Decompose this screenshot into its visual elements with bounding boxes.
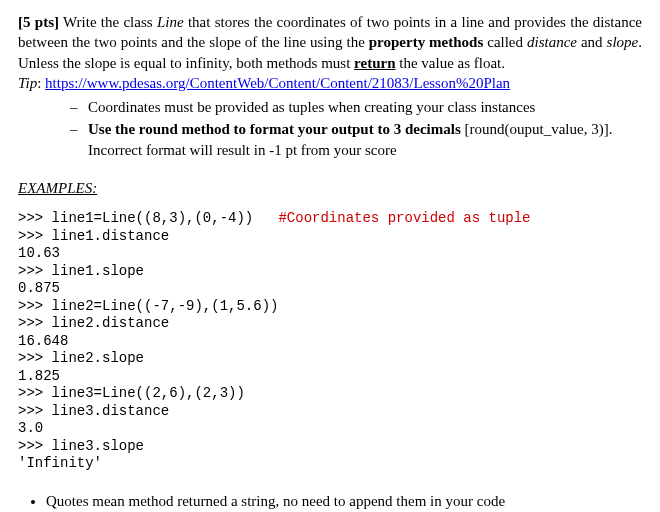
code-line: 1.825 (18, 368, 60, 384)
code-line: 16.648 (18, 333, 68, 349)
code-line: >>> line1.slope (18, 263, 144, 279)
code-line: >>> line2.slope (18, 350, 144, 366)
method-distance: distance (527, 34, 577, 50)
code-line: >>> line1.distance (18, 228, 169, 244)
code-block: >>> line1=Line((8,3),(0,-4)) #Coordinate… (18, 210, 642, 473)
intro-text-a: Write the class (59, 14, 157, 30)
list-item: Use the round method to format your outp… (70, 119, 642, 160)
code-line: >>> line2.distance (18, 315, 169, 331)
tip-link[interactable]: https://www.pdesas.org/ContentWeb/Conten… (45, 75, 510, 91)
intro-text-d: and (577, 34, 607, 50)
code-line: >>> line2=Line((-7,-9),(1,5.6)) (18, 298, 278, 314)
class-name: Line (157, 14, 184, 30)
code-line: 10.63 (18, 245, 60, 261)
code-line: 0.875 (18, 280, 60, 296)
footer-note-list: Quotes mean method returned a string, no… (18, 491, 642, 511)
bullet2-bold: Use the round method to format your outp… (88, 121, 461, 137)
points-label: [5 pts] (18, 14, 59, 30)
footer-note: Quotes mean method returned a string, no… (46, 491, 642, 511)
intro-text-f: the value as float. (395, 55, 505, 71)
tip-label: Tip (18, 75, 37, 91)
property-methods-label: property methods (369, 34, 484, 50)
tip-line: Tip: https://www.pdesas.org/ContentWeb/C… (18, 73, 642, 93)
bullet1-text: Coordinates must be provided as tuples w… (88, 99, 535, 115)
problem-statement: [5 pts] Write the class Line that stores… (18, 12, 642, 73)
code-line: >>> line1=Line((8,3),(0,-4)) (18, 210, 278, 226)
list-item: Coordinates must be provided as tuples w… (70, 97, 642, 117)
requirement-list: Coordinates must be provided as tuples w… (18, 97, 642, 160)
method-slope: slope (607, 34, 639, 50)
code-comment: #Coordinates provided as tuple (278, 210, 530, 226)
code-line: 3.0 (18, 420, 43, 436)
examples-heading: EXAMPLES: (18, 178, 642, 198)
return-word: return (354, 55, 395, 71)
code-line: >>> line3=Line((2,6),(2,3)) (18, 385, 245, 401)
code-line: 'Infinity' (18, 455, 102, 471)
code-line: >>> line3.distance (18, 403, 169, 419)
code-line: >>> line3.slope (18, 438, 144, 454)
intro-text-c: called (483, 34, 527, 50)
